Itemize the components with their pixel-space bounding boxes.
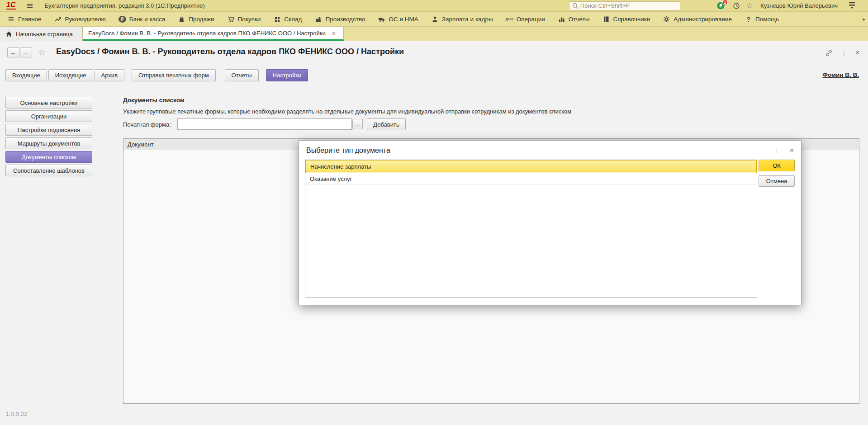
book-icon — [602, 16, 610, 23]
search-icon — [572, 3, 579, 9]
ruble-icon: ₽ — [119, 16, 126, 23]
cancel-button[interactable]: Отмена — [759, 175, 795, 187]
menu-item-glavnoe[interactable]: Главное — [7, 16, 42, 23]
content-description: Укажите групповые печатные формы, которы… — [123, 108, 571, 115]
close-page-icon[interactable]: × — [855, 48, 860, 57]
1c-logo: 1С — [6, 2, 16, 9]
tab-incoming-button[interactable]: Входящие — [5, 69, 47, 81]
sidebar-item-document-routes[interactable]: Маршруты документов — [5, 137, 92, 149]
tab-reports-button[interactable]: Отчеты — [225, 69, 259, 81]
app-title: Бухгалтерия предприятия, редакция 3.0 (1… — [44, 2, 204, 9]
version-label: 1.0.0.22 — [5, 411, 28, 417]
tab-easydocs-settings[interactable]: EasyDocs / Фомин В. В. - Руководитель от… — [83, 27, 344, 41]
menu-item-pomosch[interactable]: ? Помощь — [745, 16, 779, 23]
tab-label: Начальная страница — [16, 31, 73, 38]
forward-button[interactable]: → — [20, 47, 32, 57]
sidebar-item-list-documents[interactable]: Документы списком — [5, 151, 92, 163]
menu-item-prodazhi[interactable]: Продажи — [178, 16, 214, 23]
tab-bar: Начальная страница EasyDocs / Фомин В. В… — [0, 27, 868, 41]
tab-label: EasyDocs / Фомин В. В. - Руководитель от… — [88, 30, 326, 37]
factory-icon — [314, 16, 322, 23]
tab-close-icon[interactable]: × — [332, 30, 336, 37]
tab-settings-button[interactable]: Настройки — [266, 69, 308, 81]
global-search[interactable] — [569, 1, 680, 10]
more-icon[interactable]: ⋮ — [841, 49, 847, 57]
tab-home-page[interactable]: Начальная страница — [0, 27, 83, 41]
favorites-icon[interactable]: ☆ — [746, 2, 753, 9]
bag-icon — [178, 16, 185, 23]
print-form-label: Печатная форма: — [123, 121, 171, 128]
content-heading: Документы списком — [123, 97, 185, 104]
sidebar-item-main-settings[interactable]: Основные настройки — [5, 97, 92, 109]
menu-item-zarplata-i-kadry[interactable]: Зарплата и кадры — [431, 16, 493, 23]
menu-item-proizvodstvo[interactable]: Производство — [314, 16, 365, 23]
trend-chart-icon — [54, 16, 62, 23]
question-icon: ? — [745, 16, 752, 23]
page-title: EasyDocs / Фомин В. В. - Руководитель от… — [56, 47, 404, 57]
dialog-more-icon[interactable]: ⋮ — [774, 147, 780, 154]
menu-item-otchety[interactable]: Отчеты — [558, 16, 590, 23]
column-divider — [282, 139, 282, 150]
menu-item-os-i-nma[interactable]: ОС и НМА — [378, 16, 418, 23]
menu-item-sklad[interactable]: Склад — [273, 16, 302, 23]
tab-archive-button[interactable]: Архив — [95, 69, 124, 81]
menu-item-pokupki[interactable]: Покупки — [227, 16, 261, 23]
grid-icon — [273, 16, 281, 23]
home-icon — [5, 31, 12, 37]
menu-item-spravochniki[interactable]: Справочники — [602, 16, 650, 23]
sidebar-item-organizations[interactable]: Организации — [5, 110, 92, 122]
menu-item-administrirovanie[interactable]: Администрирование — [663, 16, 732, 23]
tab-outgoing-button[interactable]: Исходящие — [48, 69, 93, 81]
ok-button[interactable]: ОК — [759, 160, 795, 171]
document-type-list: Начисление зарплаты Оказание услуг — [305, 160, 757, 298]
tab-print-forms-button[interactable]: Отправка печатных форм — [132, 69, 216, 81]
link-icon[interactable] — [825, 49, 833, 57]
sidebar-item-template-mapping[interactable]: Сопоставление шаблонов — [5, 165, 92, 176]
settings-sidebar: Основные настройки Организации Настройки… — [5, 97, 92, 176]
dialog-title: Выберите тип документа — [306, 146, 390, 155]
notification-badge: 1 — [722, 0, 728, 5]
menu-overflow-arrow-icon[interactable]: ▸ — [863, 16, 865, 22]
menu-item-operacii[interactable]: ДтКт Операции — [506, 16, 545, 23]
list-item-services[interactable]: Оказание услуг — [305, 173, 757, 185]
sidebar-item-signing-settings[interactable]: Настройки подписания — [5, 124, 92, 136]
list-item-salary-accrual[interactable]: Начисление зарплаты — [305, 160, 757, 173]
favorite-star-icon[interactable]: ☆ — [38, 47, 46, 57]
history-icon[interactable] — [733, 2, 740, 9]
cart-icon — [227, 16, 235, 23]
sections-icon — [7, 16, 15, 23]
notifications-button[interactable]: 1 — [716, 1, 726, 10]
add-button[interactable]: Добавить — [367, 118, 406, 130]
gear-icon — [663, 16, 670, 23]
column-header-document: Документ — [123, 141, 154, 148]
truck-icon — [378, 16, 385, 23]
print-form-input[interactable] — [177, 118, 352, 130]
bar-chart-icon — [558, 16, 565, 23]
title-bar: 1С Бухгалтерия предприятия, редакция 3.0… — [0, 0, 868, 12]
main-menu-icon[interactable] — [26, 2, 33, 9]
user-link[interactable]: Фомин В. В. — [822, 71, 859, 78]
back-button[interactable]: ← — [7, 47, 19, 57]
dialog-close-icon[interactable]: × — [790, 146, 794, 155]
titlebar-menu-icon[interactable]: ▾ — [849, 2, 855, 9]
choose-document-type-dialog: Выберите тип документа ⋮ × Начисление за… — [299, 140, 802, 305]
sections-panel: Главное Руководителю ₽ Банк и касса Прод… — [0, 12, 868, 27]
person-icon — [431, 16, 439, 23]
menu-item-rukovoditelyu[interactable]: Руководителю — [54, 16, 106, 23]
debit-credit-icon: ДтКт — [506, 18, 513, 21]
section-buttons: Входящие Исходящие Архив Отправка печатн… — [5, 69, 308, 81]
menu-item-bank-i-kassa[interactable]: ₽ Банк и касса — [119, 16, 166, 23]
search-input[interactable] — [580, 2, 677, 9]
choose-print-form-button[interactable]: ... — [352, 119, 363, 129]
current-user[interactable]: Кузнецов Юрий Валерьевич — [760, 2, 838, 9]
